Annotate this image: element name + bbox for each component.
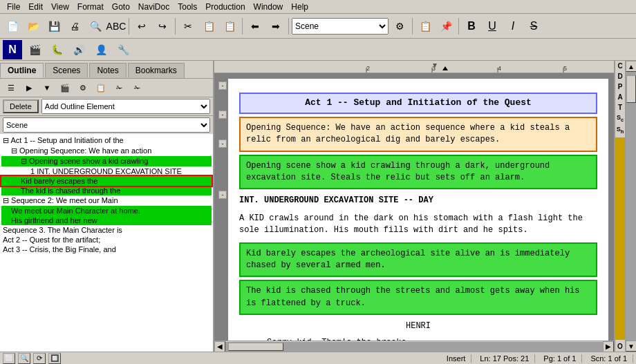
status-icon-4[interactable]: 🔲 bbox=[48, 353, 61, 364]
sidebar-letter-t[interactable]: T bbox=[618, 102, 622, 113]
video-button[interactable]: 🎬 bbox=[25, 40, 44, 59]
document-page: Act 1 -- Setup and Initiation of the Que… bbox=[228, 79, 608, 341]
tree-item-opening-seq[interactable]: ⊟ Opening Sequence: We have an action bbox=[1, 146, 212, 156]
fold-act1-btn[interactable]: - bbox=[218, 82, 227, 90]
strikethrough-button[interactable]: S bbox=[524, 17, 543, 36]
new-button[interactable]: 📄 bbox=[3, 17, 22, 36]
navidoc-icon[interactable]: N bbox=[3, 40, 22, 59]
copy-button[interactable]: 📋 bbox=[199, 17, 218, 36]
sidebar-letter-p[interactable]: P bbox=[618, 82, 623, 92]
h-scroll-thumb[interactable] bbox=[228, 343, 283, 351]
menu-file[interactable]: File bbox=[3, 1, 24, 13]
menu-goto[interactable]: Goto bbox=[108, 1, 134, 13]
sidebar-letter-a[interactable]: A bbox=[617, 92, 622, 102]
tree-item-seq3[interactable]: Sequence 3. The Main Character is bbox=[1, 225, 212, 235]
tree-item-main-char-home[interactable]: We meet our Main Character at home. bbox=[1, 206, 212, 215]
fold-chased-btn[interactable]: - bbox=[218, 191, 227, 199]
tab-outline[interactable]: Outline bbox=[0, 63, 44, 78]
paste2-button[interactable]: 📌 bbox=[436, 17, 456, 36]
element-settings-button[interactable]: ⚙ bbox=[390, 17, 409, 36]
outline-media-btn[interactable]: 🎬 bbox=[57, 80, 73, 95]
v-scrollbar[interactable]: ▲ ▼ bbox=[625, 61, 636, 352]
kid-escapes-block: Kid barely escapes the archeological sit… bbox=[239, 242, 597, 278]
outline-expand-btn[interactable]: ☰ bbox=[3, 80, 19, 95]
print-button[interactable]: 🖨 bbox=[65, 17, 84, 36]
fold-opening-btn[interactable]: - bbox=[218, 111, 227, 119]
bold-button[interactable]: B bbox=[462, 17, 481, 36]
ruler: 2 3 4 5 6 7 8 bbox=[214, 61, 614, 73]
cut-button[interactable]: ✂ bbox=[178, 17, 198, 36]
h-scrollbar[interactable]: ◀ ▶ bbox=[214, 341, 614, 352]
outline-collapse-btn[interactable]: ▼ bbox=[39, 80, 55, 95]
sidebar-letter-d[interactable]: D bbox=[617, 71, 622, 82]
sidebar-letter-sc[interactable]: Sc bbox=[617, 113, 624, 124]
underline-button[interactable]: U bbox=[483, 17, 502, 36]
element-type-select[interactable]: Scene Action Character Dialogue bbox=[292, 18, 389, 35]
menu-window[interactable]: Window bbox=[250, 1, 288, 13]
menu-help[interactable]: Help bbox=[287, 1, 312, 13]
outline-clipboard-btn[interactable]: 📋 bbox=[93, 80, 109, 95]
sidebar-letter-c[interactable]: C bbox=[617, 61, 622, 71]
fold-kid-btn[interactable]: - bbox=[218, 140, 227, 148]
tab-scenes[interactable]: Scenes bbox=[45, 63, 88, 78]
tree-item-girlfriend[interactable]: His girlfriend and her new bbox=[1, 215, 212, 225]
bug-button[interactable]: 🐛 bbox=[47, 40, 66, 59]
scene-filter-select[interactable]: Scene bbox=[3, 117, 210, 133]
tree-item-act1[interactable]: ⊟ Act 1 -- Setup and Initiation of the bbox=[1, 135, 212, 146]
tree-item-opening-scene[interactable]: ⊟ Opening scene show a kid crawling bbox=[1, 156, 212, 166]
document-area[interactable]: - - - - Act 1 -- Setup and Initiation of… bbox=[214, 73, 614, 341]
tree-item-act3[interactable]: Act 3 -- Crisis, the Big Finale, and bbox=[1, 245, 212, 254]
tool-button[interactable]: 🔧 bbox=[113, 40, 133, 59]
outline-settings-btn[interactable]: ⚙ bbox=[75, 80, 91, 95]
sidebar-letter-o[interactable]: O bbox=[617, 341, 623, 352]
menu-production[interactable]: Production bbox=[201, 1, 249, 13]
scroll-up-btn[interactable]: ▲ bbox=[626, 61, 636, 72]
v-scroll-thumb[interactable] bbox=[626, 75, 636, 103]
outline-toolbar: ☰ ▶ ▼ 🎬 ⚙ 📋 ✁ ✁ bbox=[0, 79, 213, 97]
svg-text:4: 4 bbox=[498, 65, 501, 72]
outline-cut2-btn[interactable]: ✁ bbox=[129, 80, 145, 95]
tree-item-act2[interactable]: Act 2 -- Quest for the artifact; bbox=[1, 235, 212, 245]
menu-edit[interactable]: Edit bbox=[24, 1, 47, 13]
outline-tree[interactable]: ⊟ Act 1 -- Setup and Initiation of the ⊟… bbox=[0, 134, 213, 352]
scroll-right-btn[interactable]: ▶ bbox=[603, 341, 614, 352]
right-panel: 2 3 4 5 6 7 8 bbox=[214, 61, 636, 352]
outline-play-btn[interactable]: ▶ bbox=[21, 80, 37, 95]
menu-navidoc[interactable]: NaviDoc bbox=[134, 1, 174, 13]
menu-tools[interactable]: Tools bbox=[174, 1, 201, 13]
tree-item-seq2[interactable]: ⊟ Sequence 2: We meet our Main bbox=[1, 195, 212, 206]
status-icon-1[interactable]: ⬜ bbox=[3, 353, 15, 364]
toolbar1: 📄 📂 💾 🖨 🔍 ABC ↩ ↪ ✂ 📋 📋 ⬅ ➡ Scene Action… bbox=[0, 14, 636, 39]
scroll-left-btn[interactable]: ◀ bbox=[214, 341, 225, 352]
tree-item-kid-chased[interactable]: The kid is chased through the bbox=[1, 186, 212, 195]
arrow-right-button[interactable]: ➡ bbox=[266, 17, 286, 36]
status-icon-3[interactable]: ⟳ bbox=[33, 353, 46, 364]
tree-item-int-underground[interactable]: 1 INT. UNDERGROUND EXCAVATION SITE bbox=[1, 166, 212, 176]
h-scroll-track[interactable] bbox=[225, 342, 603, 352]
add-element-select[interactable]: Add Outline Element bbox=[41, 99, 210, 114]
menu-format[interactable]: Format bbox=[73, 1, 108, 13]
status-icon-2[interactable]: 🔍 bbox=[18, 353, 30, 364]
tab-notes[interactable]: Notes bbox=[89, 63, 126, 78]
preview-button[interactable]: 🔍 bbox=[86, 17, 105, 36]
save-button[interactable]: 💾 bbox=[44, 17, 64, 36]
scroll-down-btn[interactable]: ▼ bbox=[626, 341, 636, 352]
delete-button[interactable]: Delete bbox=[3, 99, 39, 113]
open-button[interactable]: 📂 bbox=[24, 17, 43, 36]
speaker-button[interactable]: 🔊 bbox=[69, 40, 88, 59]
v-scroll-track[interactable] bbox=[626, 72, 636, 341]
arrow-left-button[interactable]: ⬅ bbox=[245, 17, 265, 36]
tab-bookmarks[interactable]: Bookmarks bbox=[128, 63, 185, 78]
spellcheck-button[interactable]: ABC bbox=[106, 17, 126, 36]
dialogue-henri: Sorry kid. Them's the breaks. bbox=[239, 336, 597, 341]
person-button[interactable]: 👤 bbox=[91, 40, 111, 59]
redo-button[interactable]: ↪ bbox=[153, 17, 172, 36]
italic-button[interactable]: I bbox=[503, 17, 523, 36]
sidebar-letter-sh[interactable]: Sh bbox=[617, 124, 624, 136]
tree-item-kid-escapes[interactable]: Kid barely escapes the bbox=[1, 176, 212, 186]
menu-view[interactable]: View bbox=[47, 1, 73, 13]
outline-cut1-btn[interactable]: ✁ bbox=[111, 80, 127, 95]
copy2-button[interactable]: 📋 bbox=[415, 17, 435, 36]
undo-button[interactable]: ↩ bbox=[132, 17, 151, 36]
paste-button[interactable]: 📋 bbox=[220, 17, 239, 36]
